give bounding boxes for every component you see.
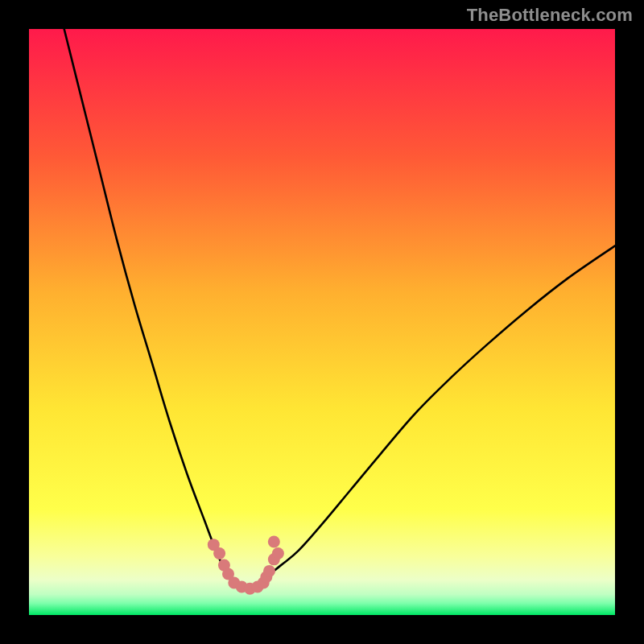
watermark-text: TheBottleneck.com bbox=[467, 5, 633, 26]
curve-left-branch bbox=[64, 29, 231, 580]
bottleneck-curve bbox=[29, 29, 615, 615]
data-dot bbox=[272, 547, 284, 559]
data-dot bbox=[263, 565, 275, 577]
curve-right-branch bbox=[266, 246, 615, 576]
chart-frame: TheBottleneck.com bbox=[0, 0, 644, 644]
data-dot bbox=[268, 536, 280, 548]
data-dot bbox=[213, 547, 225, 559]
plot-area bbox=[29, 29, 615, 615]
